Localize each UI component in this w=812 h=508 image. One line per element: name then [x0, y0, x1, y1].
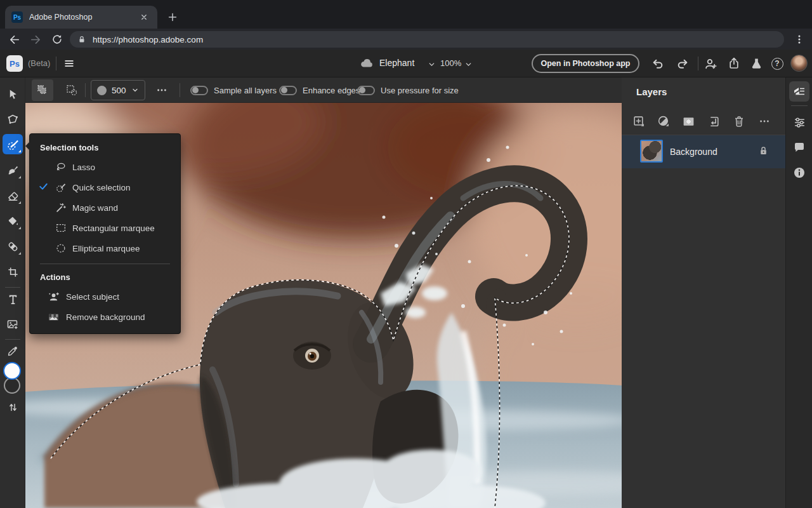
help-icon[interactable]: ? — [769, 56, 785, 71]
menu-item-label: Remove background — [66, 312, 145, 322]
elephant-eye — [293, 342, 331, 370]
photoshop-header: Ps (Beta) Elephant 100% Open in Photosho… — [0, 50, 812, 77]
url-field[interactable]: https://photoshop.adobe.com — [70, 31, 784, 48]
add-layer-icon[interactable] — [631, 113, 647, 130]
zoom-chevron-icon[interactable] — [463, 59, 473, 69]
layers-panel-title: Layers — [636, 86, 667, 97]
menu-item-remove-background[interactable]: Remove background — [30, 307, 180, 327]
fill-tool[interactable] — [3, 211, 23, 231]
magic-wand-icon — [55, 202, 68, 213]
tool-flyout-indicator — [18, 252, 21, 255]
brush-tool[interactable] — [3, 160, 23, 180]
menu-section-title: Selection tools — [30, 140, 180, 157]
browser-window: Ps Adobe Photoshop h — [0, 0, 812, 508]
browser-menu-icon[interactable] — [792, 32, 807, 47]
redo-icon[interactable] — [675, 56, 690, 71]
menu-item-label: Elliptical marquee — [72, 244, 140, 253]
enhance-edges-toggle[interactable]: Enhance edges — [279, 77, 360, 103]
browser-address-bar: https://photoshop.adobe.com — [0, 29, 812, 50]
place-image-tool[interactable] — [3, 314, 23, 335]
add-to-selection-icon[interactable] — [32, 79, 53, 101]
clipping-mask-icon[interactable] — [705, 113, 722, 130]
crop-tool[interactable] — [3, 262, 23, 282]
subtract-from-selection-icon[interactable] — [61, 79, 82, 101]
menu-item-label: Magic wand — [72, 203, 118, 213]
toggle-knob — [359, 87, 365, 93]
layers-panel-tab[interactable] — [789, 81, 809, 102]
toggle-track[interactable] — [279, 86, 297, 95]
menu-item-elliptical-marquee[interactable]: Elliptical marquee — [30, 238, 180, 258]
selection-tools-flyout: Selection tools Lasso Quick selection Ma… — [29, 133, 181, 334]
rail-divider — [791, 105, 808, 106]
toggle-track[interactable] — [190, 86, 208, 95]
menu-item-label: Quick selection — [72, 183, 131, 192]
menu-item-label: Select subject — [66, 292, 119, 302]
menu-item-quick-selection[interactable]: Quick selection — [30, 177, 180, 197]
toggle-knob — [192, 87, 199, 93]
quick-selection-icon — [55, 182, 68, 193]
forward-icon[interactable] — [28, 32, 43, 47]
chevron-down-icon — [131, 86, 139, 94]
menu-section-title: Actions — [30, 269, 180, 286]
hamburger-menu-icon[interactable] — [61, 56, 77, 71]
type-tool[interactable] — [3, 289, 23, 309]
photoshop-logo: Ps — [6, 55, 23, 72]
layer-mask-icon[interactable] — [680, 113, 697, 130]
undo-icon[interactable] — [650, 56, 665, 71]
reload-icon[interactable] — [49, 32, 65, 47]
adjustment-layer-icon[interactable] — [655, 113, 672, 130]
user-avatar[interactable] — [790, 55, 808, 72]
back-icon[interactable] — [6, 32, 22, 47]
healing-tool[interactable] — [3, 236, 23, 257]
new-tab-button[interactable] — [164, 8, 181, 26]
toggle-knob — [281, 87, 287, 93]
tool-flyout-indicator — [18, 201, 21, 204]
menu-item-select-subject[interactable]: Select subject — [30, 286, 180, 307]
photoshop-favicon: Ps — [11, 11, 23, 23]
menu-item-label: Rectangular marquee — [72, 224, 155, 233]
browser-tab-strip: Ps Adobe Photoshop — [0, 0, 812, 29]
tab-close-icon[interactable] — [137, 10, 151, 24]
layer-thumbnail[interactable] — [640, 140, 663, 163]
menu-item-rectangular-marquee[interactable]: Rectangular marquee — [30, 218, 180, 238]
menu-item-lasso[interactable]: Lasso — [30, 157, 180, 177]
menu-divider — [40, 264, 170, 264]
brush-tip-preview — [97, 86, 107, 95]
toolbar-divider — [5, 339, 20, 340]
help-glyph: ? — [775, 59, 779, 68]
delete-layer-icon[interactable] — [731, 113, 747, 130]
sample-all-layers-toggle[interactable]: Sample all layers — [190, 77, 277, 103]
brush-size-dropdown[interactable]: 500 — [91, 80, 145, 100]
divider — [85, 83, 86, 97]
invite-people-icon[interactable] — [703, 56, 718, 71]
swap-colors-icon[interactable] — [3, 397, 23, 417]
eyedropper-tool[interactable] — [3, 341, 23, 361]
use-pressure-toggle[interactable]: Use pressure for size — [357, 77, 459, 103]
elliptical-marquee-icon — [55, 243, 68, 254]
cloud-document-icon — [359, 57, 374, 70]
foreground-color-swatch[interactable] — [3, 362, 21, 380]
lasso-tool[interactable] — [3, 109, 23, 130]
menu-item-magic-wand[interactable]: Magic wand — [30, 197, 180, 218]
share-icon[interactable] — [726, 56, 742, 71]
more-options-icon[interactable] — [154, 83, 170, 98]
layer-lock-icon[interactable] — [758, 145, 769, 159]
move-tool[interactable] — [3, 84, 23, 104]
browser-tab[interactable]: Ps Adobe Photoshop — [5, 6, 157, 29]
layer-name: Background — [670, 147, 717, 157]
toggle-track[interactable] — [357, 86, 375, 95]
toolbar-divider — [5, 287, 20, 288]
zoom-level[interactable]: 100% — [440, 58, 461, 68]
comments-panel-tab[interactable] — [789, 137, 809, 157]
layer-more-options-icon[interactable] — [756, 113, 773, 130]
quick-selection-tool[interactable] — [3, 134, 23, 154]
tool-bar — [0, 77, 25, 508]
eraser-tool[interactable] — [3, 185, 23, 206]
info-panel-tab[interactable] — [789, 163, 809, 183]
document-chevron-icon[interactable] — [426, 59, 436, 69]
document-name[interactable]: Elephant — [379, 58, 414, 68]
layer-row-background[interactable]: Background — [622, 135, 785, 168]
adjustments-panel-tab[interactable] — [789, 112, 809, 132]
beta-flask-icon[interactable] — [749, 56, 764, 71]
open-in-photoshop-app-button[interactable]: Open in Photoshop app — [532, 54, 639, 73]
